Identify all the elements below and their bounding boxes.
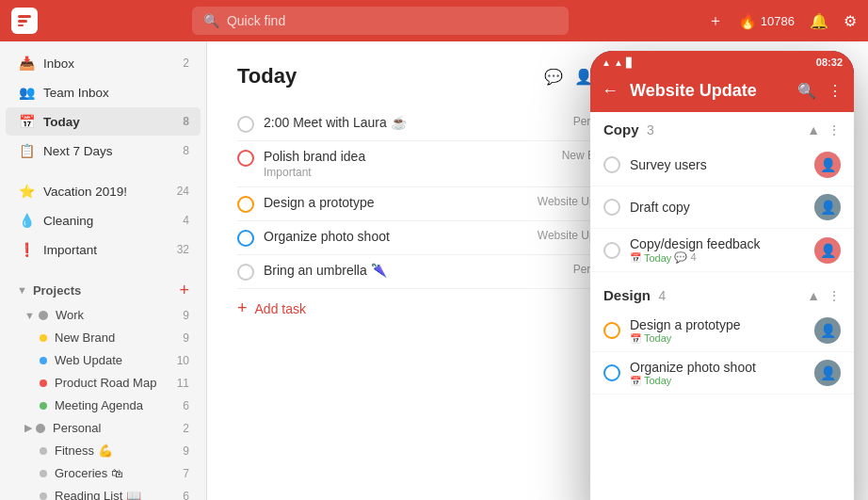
sidebar-project-new-brand[interactable]: New Brand 9 <box>6 327 201 348</box>
task-content-5: Bring an umbrella 🌂 <box>264 263 564 280</box>
new-brand-dot <box>40 334 47 342</box>
phone-header-actions: 🔍 ⋮ <box>797 82 843 100</box>
sidebar-project-product-roadmap[interactable]: Product Road Map 11 <box>6 372 201 394</box>
phone-more-icon[interactable]: ⋮ <box>828 122 841 137</box>
vacation-icon: ⭐ <box>17 182 36 201</box>
svg-rect-2 <box>18 24 24 26</box>
phone-task-draft-checkbox[interactable] <box>603 199 620 216</box>
today-title: Today <box>237 64 297 89</box>
sidebar-project-fitness[interactable]: Fitness 💪 9 <box>6 440 201 461</box>
phone-task-prototype-sub: 📅 Today <box>630 332 805 344</box>
photoshoot-today-icon: 📅 <box>630 376 641 386</box>
phone-menu-icon[interactable]: ⋮ <box>828 82 843 100</box>
phone-task-draft-avatar: 👤 <box>814 194 841 220</box>
phone-status-bar: ▲ ▲ ▊ 08:32 <box>590 51 854 73</box>
phone-task-survey-checkbox[interactable] <box>603 156 620 173</box>
phone-signal-icons: ▲ ▲ ▊ <box>602 57 634 68</box>
reading-list-dot <box>40 492 47 500</box>
add-task-icon: + <box>237 298 248 318</box>
task-title-5: Bring an umbrella 🌂 <box>264 263 564 278</box>
task-checkbox-2[interactable] <box>237 150 254 167</box>
sidebar-item-today[interactable]: 📅 Today 8 <box>6 107 201 136</box>
wifi-icon: ▲ <box>602 57 611 68</box>
phone-task-prototype-checkbox[interactable] <box>603 322 620 339</box>
phone-task-photoshoot-avatar: 👤 <box>814 360 841 386</box>
sidebar-project-personal[interactable]: ▶ Personal 2 <box>6 417 201 439</box>
phone-content: Copy 3 ▲ ⋮ Survey users 👤 <box>590 112 854 500</box>
phone-app-title: Website Update <box>630 81 786 101</box>
phone-task-draft-content: Draft copy <box>630 200 805 215</box>
prototype-today-icon: 📅 <box>630 333 641 344</box>
task-title-1: 2:00 Meet with Laura ☕ <box>264 115 564 130</box>
sidebar-item-next7[interactable]: 📋 Next 7 Days 8 <box>6 137 201 165</box>
inbox-icon: 📥 <box>17 54 36 73</box>
personal-toggle: ▶ <box>24 422 32 434</box>
quick-find-search[interactable]: 🔍 Quick find <box>192 7 569 35</box>
task-checkbox-4[interactable] <box>237 230 254 247</box>
task-content-2: Polish brand idea Important <box>264 149 553 179</box>
add-task-button[interactable]: ＋ <box>708 11 723 31</box>
phone-task-photoshoot-checkbox[interactable] <box>603 364 620 381</box>
today-badge-icon: 📅 <box>630 252 641 263</box>
sidebar-item-team-inbox[interactable]: 👥 Team Inbox <box>6 78 201 106</box>
task-checkbox-1[interactable] <box>237 116 254 133</box>
notifications-bell[interactable]: 🔔 <box>810 12 828 30</box>
phone-task-feedback-checkbox[interactable] <box>603 242 620 259</box>
sidebar-project-groceries[interactable]: Groceries 🛍 7 <box>6 462 201 484</box>
sidebar-project-meeting-agenda[interactable]: Meeting Agenda 6 <box>6 395 201 416</box>
search-placeholder: Quick find <box>227 13 285 28</box>
work-dot <box>39 311 48 320</box>
add-project-button[interactable]: + <box>179 282 189 298</box>
projects-toggle-icon: ▼ <box>17 284 27 296</box>
phone-mockup-overlay: ▲ ▲ ▊ 08:32 ← Website Update 🔍 ⋮ <box>576 41 868 500</box>
topbar-right-actions: ＋ 🔥 10786 🔔 ⚙ <box>708 11 857 31</box>
personal-dot <box>36 424 45 433</box>
work-toggle: ▼ <box>24 310 35 321</box>
phone-design-collapse-icon[interactable]: ▲ <box>807 288 820 303</box>
app-logo[interactable] <box>11 8 38 34</box>
groceries-dot <box>40 470 47 477</box>
comment-icon[interactable]: 💬 <box>544 68 563 86</box>
sidebar-project-work[interactable]: ▼ Work 9 <box>6 304 201 326</box>
phone-search-icon[interactable]: 🔍 <box>797 82 816 100</box>
karma-score[interactable]: 🔥 10786 <box>738 12 795 30</box>
add-task-button[interactable]: + Add task <box>237 289 629 328</box>
phone-device: ▲ ▲ ▊ 08:32 ← Website Update 🔍 ⋮ <box>590 51 854 500</box>
sidebar-item-vacation[interactable]: ⭐ Vacation 2019! 24 <box>6 177 201 205</box>
phone-section-copy-actions: ▲ ⋮ <box>807 122 841 137</box>
settings-icon[interactable]: ⚙ <box>844 12 857 30</box>
sidebar-project-web-update[interactable]: Web Update 10 <box>6 349 201 371</box>
phone-section-copy-title-wrap: Copy 3 <box>603 121 654 138</box>
web-update-dot <box>40 357 47 364</box>
projects-header[interactable]: ▼ Projects + <box>6 276 201 304</box>
network-icon: ▲ <box>614 57 623 68</box>
phone-time: 08:32 <box>816 56 843 68</box>
task-title-3: Design a prototype <box>264 195 528 210</box>
phone-back-button[interactable]: ← <box>602 81 619 101</box>
meeting-agenda-dot <box>40 402 47 410</box>
battery-icon: ▊ <box>626 57 634 68</box>
task-subtitle-2: Important <box>264 166 553 179</box>
topbar: 🔍 Quick find ＋ 🔥 10786 🔔 ⚙ <box>0 0 868 41</box>
phone-collapse-icon[interactable]: ▲ <box>807 122 820 137</box>
search-icon: 🔍 <box>203 13 219 28</box>
phone-task-photoshoot-content: Organize photo shoot 📅 Today <box>630 360 805 386</box>
task-checkbox-5[interactable] <box>237 264 254 281</box>
phone-design-more-icon[interactable]: ⋮ <box>828 288 841 303</box>
sidebar-item-inbox[interactable]: 📥 Inbox 2 <box>6 49 201 77</box>
sidebar-project-reading-list[interactable]: Reading List 📖 6 <box>6 485 201 500</box>
today-header: Today 💬 👤+ ••• <box>237 64 629 89</box>
sidebar-item-cleaning[interactable]: 💧 Cleaning 4 <box>6 206 201 234</box>
sidebar: 📥 Inbox 2 👥 Team Inbox 📅 Today 8 📋 Next … <box>0 41 207 500</box>
task-item-umbrella: Bring an umbrella 🌂 Personal <box>237 255 629 289</box>
add-task-label: Add task <box>255 301 306 316</box>
task-item-meet-laura: 2:00 Meet with Laura ☕ Personal <box>237 107 629 141</box>
task-checkbox-3[interactable] <box>237 196 254 213</box>
today-icon: 📅 <box>17 112 36 131</box>
product-roadmap-dot <box>40 379 47 387</box>
cleaning-icon: 💧 <box>17 211 36 230</box>
task-content-1: 2:00 Meet with Laura ☕ <box>264 115 564 132</box>
phone-task-feedback-avatar: 👤 <box>814 237 841 264</box>
sidebar-item-important[interactable]: ❗ Important 32 <box>6 235 201 264</box>
phone-task-design-prototype: Design a prototype 📅 Today 👤 <box>590 310 854 352</box>
